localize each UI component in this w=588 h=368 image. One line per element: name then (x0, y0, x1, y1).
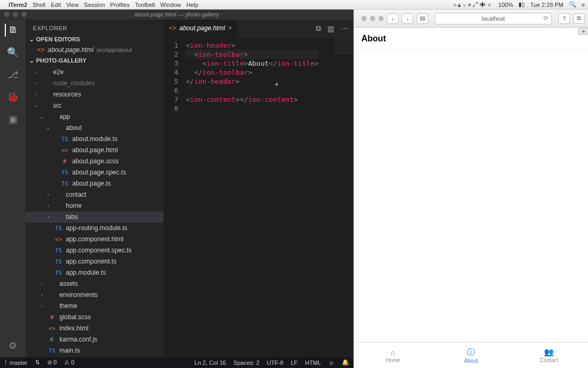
close-tab-icon[interactable]: × (228, 24, 232, 32)
code-line[interactable]: </ion-header> (186, 77, 319, 86)
tree-folder[interactable]: ›e2e (25, 67, 163, 78)
open-editors-header[interactable]: ⌄ OPEN EDITORS (25, 34, 163, 45)
code-editor[interactable]: 12345678 <ion-header> <ion-toolbar> <ion… (163, 38, 353, 357)
open-editor-item[interactable]: <> about.page.html src/app/about (25, 45, 163, 56)
tree-file[interactable]: <>about.page.html (25, 145, 163, 156)
close-icon[interactable] (4, 12, 10, 17)
ion-header: About (354, 28, 588, 50)
close-icon[interactable] (361, 16, 367, 21)
code-line[interactable] (186, 86, 319, 95)
code-line[interactable]: <ion-title>About</ion-title> (186, 59, 319, 68)
tree-file[interactable]: TSapp-routing.module.ts (25, 223, 163, 234)
tree-file[interactable]: TSapp.component.spec.ts (25, 245, 163, 256)
bell-icon[interactable]: 🔔 (342, 359, 349, 366)
warnings-count[interactable]: ⚠ 0 (64, 359, 74, 366)
menu-item[interactable]: Edit (51, 2, 61, 8)
new-tab-button[interactable]: + (578, 28, 588, 35)
code-line[interactable]: <ion-header> (186, 41, 319, 50)
explorer-icon[interactable]: 🗎 (5, 24, 20, 37)
encoding[interactable]: UTF-8 (267, 360, 283, 366)
tree-file[interactable]: #global.scss (25, 312, 163, 323)
settings-gear-icon[interactable]: ⚙ (6, 339, 19, 352)
ion-tab-contact[interactable]: 👥Contact (510, 343, 588, 368)
menu-item[interactable]: Shell (32, 2, 45, 8)
tree-label: about.page.spec.ts (72, 169, 126, 176)
ion-tab-about[interactable]: ⓘAbout (432, 343, 510, 368)
menu-item[interactable]: View (66, 2, 79, 8)
menu-item[interactable]: Profiles (110, 2, 130, 8)
debug-icon[interactable]: 🐞 (6, 91, 19, 103)
lang-mode[interactable]: HTML (305, 360, 321, 366)
ln-col[interactable]: Ln 2, Col 16 (195, 360, 226, 366)
clock[interactable]: Tue 2:28 PM (530, 2, 564, 8)
tab-about-page-html[interactable]: <> about.page.html × (163, 20, 238, 38)
tree-folder[interactable]: ›theme (25, 301, 163, 312)
share-button[interactable]: ⇪ (558, 13, 570, 24)
status-icons[interactable]: ⊙ ⏏ ⌥ ◑ ⤢ ✱ ᯤ (453, 2, 493, 8)
menu-app[interactable]: iTerm2 (8, 2, 27, 8)
minimap[interactable] (334, 38, 353, 54)
zoom-icon[interactable] (21, 12, 27, 17)
forward-button[interactable]: › (402, 13, 413, 24)
tree-folder[interactable]: ⌄about (25, 122, 163, 134)
tree-folder[interactable]: ›environments (25, 290, 163, 301)
code-line[interactable]: </ion-toolbar> (186, 68, 319, 77)
tree-folder[interactable]: ›assets (25, 278, 163, 290)
tree-folder[interactable]: ⌄app (25, 111, 163, 122)
tree-file[interactable]: TSmain.ts (25, 345, 163, 356)
file-icon: TS (54, 269, 63, 276)
tree-folder[interactable]: ›contact (25, 189, 163, 200)
spaces[interactable]: Spaces: 2 (234, 360, 260, 366)
traffic-lights[interactable] (0, 12, 27, 17)
code-line[interactable]: <ion-content></ion-content> (186, 95, 319, 104)
ion-content[interactable] (354, 50, 588, 342)
sidebar-button[interactable]: ▤ (417, 13, 428, 24)
menu-item[interactable]: Toolbelt (135, 2, 155, 8)
tree-file[interactable]: TSabout.page.spec.ts (25, 167, 163, 178)
extensions-icon[interactable]: ▣ (6, 113, 19, 126)
spotlight-icon[interactable]: 🔍 (569, 1, 576, 8)
git-sync-icon[interactable]: ⇅ (35, 359, 40, 366)
tree-folder[interactable]: ›home (25, 200, 163, 212)
minimize-icon[interactable] (370, 16, 375, 21)
tree-file[interactable]: <>app.component.html (25, 234, 163, 245)
code-line[interactable] (186, 104, 319, 113)
eol[interactable]: LF (291, 360, 298, 366)
project-header[interactable]: ⌄ PHOTO-GALLERY (25, 56, 163, 66)
ion-tab-home[interactable]: ⌂Home (354, 343, 432, 368)
tree-file[interactable]: Kkarma.conf.js (25, 334, 163, 345)
ion-tabbar: ⌂HomeⓘAbout👥Contact (354, 342, 588, 368)
tree-folder[interactable]: ›tabs (25, 212, 163, 223)
back-button[interactable]: ‹ (387, 13, 399, 24)
menu-item[interactable]: Session (84, 2, 105, 8)
errors-count[interactable]: ⊘ 0 (47, 359, 57, 366)
vscode-titlebar[interactable]: about.page.html — photo-gallery (0, 10, 353, 20)
tree-file[interactable]: TSabout.page.ts (25, 178, 163, 189)
git-icon[interactable]: ⎇ (6, 68, 19, 81)
tree-file[interactable]: TSapp.component.ts (25, 256, 163, 267)
tree-file[interactable]: #about.page.scss (25, 156, 163, 167)
notifications-icon[interactable]: ≡ (582, 2, 585, 8)
tree-folder[interactable]: ›node_modules (25, 78, 163, 89)
tree-file[interactable]: <>index.html (25, 323, 163, 334)
tree-file[interactable]: TSapp.module.ts (25, 267, 163, 278)
search-icon[interactable]: 🔍 (6, 46, 19, 59)
git-branch[interactable]: ᚶ master (4, 360, 28, 366)
minimize-icon[interactable] (13, 12, 18, 17)
chevron-icon: › (33, 92, 38, 97)
split-editor-icon[interactable]: ▥ (327, 24, 334, 33)
feedback-icon[interactable]: ☺ (328, 360, 334, 366)
reload-icon[interactable]: ⟳ (543, 15, 548, 22)
more-icon[interactable]: ⋯ (341, 24, 348, 33)
tabs-button[interactable]: ⧉ (573, 13, 585, 24)
tree-file[interactable]: TSabout.module.ts (25, 134, 163, 145)
tree-folder[interactable]: ›resources (25, 89, 163, 100)
code-line[interactable]: <ion-toolbar> (186, 50, 319, 59)
menu-item[interactable]: Window (160, 2, 181, 8)
tree-folder[interactable]: ⌄src (25, 100, 163, 111)
zoom-icon[interactable] (378, 16, 384, 21)
traffic-lights[interactable] (357, 16, 384, 21)
menu-item[interactable]: Help (186, 2, 198, 8)
diff-icon[interactable]: ⧉ (316, 24, 321, 33)
url-field[interactable]: localhost ⟳ (435, 13, 552, 24)
